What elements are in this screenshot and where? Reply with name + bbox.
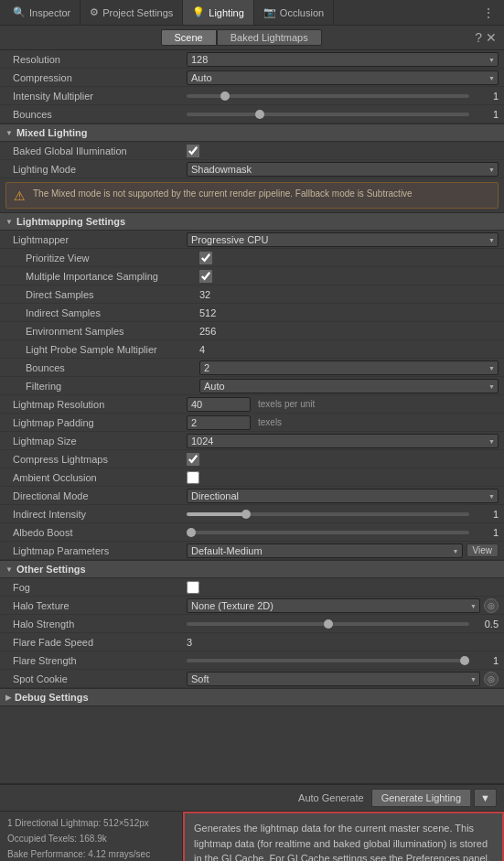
direct-samples-label: Direct Samples: [26, 289, 199, 300]
lighting-mode-dropdown-wrapper: Shadowmask: [187, 162, 499, 177]
row-indirect-samples: Indirect Samples 512: [0, 304, 504, 322]
lightmap-padding-label: Lightmap Padding: [13, 417, 187, 428]
row-direct-samples: Direct Samples 32: [0, 285, 504, 304]
tab-occlusion[interactable]: 📷 Occlusion: [254, 0, 334, 25]
lightmap-size-dropdown-wrapper: 1024: [187, 434, 499, 448]
row-bounces-env: Bounces 1: [0, 105, 504, 124]
albedo-boost-value: 1: [187, 527, 499, 538]
baked-gi-value: [187, 145, 499, 157]
sub-tab-scene[interactable]: Scene: [161, 29, 217, 46]
compression-dropdown-wrapper: Auto: [187, 70, 499, 85]
bounces-env-number: 1: [473, 109, 499, 120]
halo-texture-picker-button[interactable]: ◎: [484, 598, 499, 613]
lightmap-params-view-button[interactable]: View: [466, 544, 499, 557]
lightmapper-value: Progressive CPU: [187, 232, 499, 247]
generate-bar: Auto Generate Generate Lighting ▼: [0, 784, 504, 811]
multiple-importance-checkbox[interactable]: [199, 270, 212, 283]
direct-samples-text: 32: [199, 289, 210, 300]
lightmap-padding-value: texels: [187, 415, 499, 430]
tab-inspector[interactable]: 🔍 Inspector: [4, 0, 80, 25]
lightmap-size-dropdown[interactable]: 1024: [187, 434, 499, 448]
tooltip-panel: Generates the lightmap data for the curr…: [183, 812, 504, 861]
row-lighting-mode: Lighting Mode Shadowmask: [0, 160, 504, 178]
flare-strength-number: 1: [473, 655, 499, 666]
lighting-mode-dropdown[interactable]: Shadowmask: [187, 162, 499, 177]
spot-cookie-picker-button[interactable]: ◎: [484, 672, 499, 686]
directional-mode-dropdown[interactable]: Directional: [187, 489, 499, 503]
lightmapping-section[interactable]: ▼ Lightmapping Settings: [0, 212, 504, 231]
spot-cookie-dropdown[interactable]: Soft: [187, 672, 480, 686]
lightmap-padding-input[interactable]: [187, 415, 251, 430]
row-lightmapper: Lightmapper Progressive CPU: [0, 231, 504, 249]
spot-cookie-label: Spot Cookie: [13, 673, 187, 684]
resolution-dropdown[interactable]: 128: [187, 52, 499, 67]
other-settings-section[interactable]: ▼ Other Settings: [0, 560, 504, 578]
filtering-dropdown-wrapper: Auto: [199, 379, 499, 393]
generate-lighting-button[interactable]: Generate Lighting: [371, 789, 470, 807]
debug-settings-section[interactable]: ▶ Debug Settings: [0, 688, 504, 706]
intensity-multiplier-number: 1: [473, 91, 499, 102]
light-probe-multiplier-value: 4: [199, 344, 499, 355]
prioritize-view-checkbox[interactable]: [199, 252, 212, 264]
lightmap-resolution-unit: texels per unit: [258, 399, 315, 409]
lightmap-padding-unit: texels: [258, 417, 282, 427]
row-lightmap-resolution: Lightmap Resolution texels per unit: [0, 395, 504, 414]
row-resolution: Resolution 128: [0, 50, 504, 69]
debug-settings-triangle: ▶: [5, 694, 11, 702]
flare-fade-speed-value: 3: [187, 637, 499, 648]
indirect-samples-text: 512: [199, 307, 216, 318]
ambient-occlusion-label: Ambient Occlusion: [13, 472, 187, 483]
halo-strength-number: 0.5: [473, 619, 499, 630]
lightmapper-dropdown[interactable]: Progressive CPU: [187, 232, 499, 247]
halo-texture-value: None (Texture 2D) ◎: [187, 598, 499, 613]
generate-lighting-dropdown-button[interactable]: ▼: [474, 789, 497, 807]
direct-samples-value: 32: [199, 289, 499, 300]
albedo-boost-slider[interactable]: [187, 531, 469, 534]
tab-menu-button[interactable]: ⋮: [477, 5, 500, 20]
fog-checkbox[interactable]: [187, 581, 199, 594]
lightmap-params-dropdown[interactable]: Default-Medium: [187, 544, 463, 558]
mixed-lighting-triangle: ▼: [5, 129, 13, 137]
flare-strength-slider[interactable]: [187, 659, 469, 662]
settings-icon: ⚙: [90, 6, 99, 18]
row-lightmap-size: Lightmap Size 1024: [0, 432, 504, 450]
help-icon[interactable]: ?: [475, 30, 482, 45]
mixed-lighting-label: Mixed Lighting: [16, 127, 88, 138]
intensity-multiplier-slider[interactable]: [187, 94, 469, 98]
compress-lightmaps-value: [187, 453, 499, 466]
halo-texture-dropdown[interactable]: None (Texture 2D): [187, 598, 480, 613]
stats-text-3: Bake Performance: 4.12 mrays/sec: [7, 846, 175, 861]
directional-mode-value: Directional: [187, 489, 499, 503]
indirect-intensity-slider[interactable]: [187, 512, 469, 516]
row-intensity-multiplier: Intensity Multiplier 1: [0, 87, 504, 105]
spot-cookie-dropdown-wrapper: Soft: [187, 672, 480, 686]
halo-strength-value: 0.5: [187, 619, 499, 630]
prioritize-view-label: Prioritize View: [26, 253, 199, 264]
ambient-occlusion-checkbox[interactable]: [187, 471, 199, 484]
prioritize-view-value: [199, 252, 499, 264]
halo-strength-slider[interactable]: [187, 622, 469, 626]
bounces-lm-dropdown-wrapper: 2: [199, 361, 499, 375]
lightmap-resolution-input[interactable]: [187, 397, 251, 412]
settings-scroll-area[interactable]: Resolution 128 Compression Auto Intensit…: [0, 50, 504, 783]
row-compression: Compression Auto: [0, 69, 504, 87]
compress-lightmaps-checkbox[interactable]: [187, 453, 199, 466]
bounces-lm-dropdown[interactable]: 2: [199, 361, 499, 375]
fog-value: [187, 581, 499, 594]
mixed-lighting-section[interactable]: ▼ Mixed Lighting: [0, 124, 504, 142]
baked-gi-checkbox[interactable]: [187, 145, 199, 157]
filtering-label: Filtering: [26, 381, 199, 392]
compression-label: Compression: [13, 72, 187, 83]
compression-dropdown[interactable]: Auto: [187, 70, 499, 85]
lightmap-params-label: Lightmap Parameters: [13, 545, 187, 556]
row-ambient-occlusion: Ambient Occlusion: [0, 468, 504, 487]
sub-tab-baked-lightmaps[interactable]: Baked Lightmaps: [217, 29, 322, 46]
tab-project-settings[interactable]: ⚙ Project Settings: [80, 0, 183, 25]
close-icon[interactable]: ✕: [486, 30, 497, 45]
filtering-dropdown[interactable]: Auto: [199, 379, 499, 393]
bounces-env-slider[interactable]: [187, 113, 469, 116]
ambient-occlusion-value: [187, 471, 499, 484]
indirect-samples-value: 512: [199, 307, 499, 318]
tab-lighting[interactable]: 💡 Lighting: [183, 0, 254, 25]
lightmap-size-label: Lightmap Size: [13, 436, 187, 447]
